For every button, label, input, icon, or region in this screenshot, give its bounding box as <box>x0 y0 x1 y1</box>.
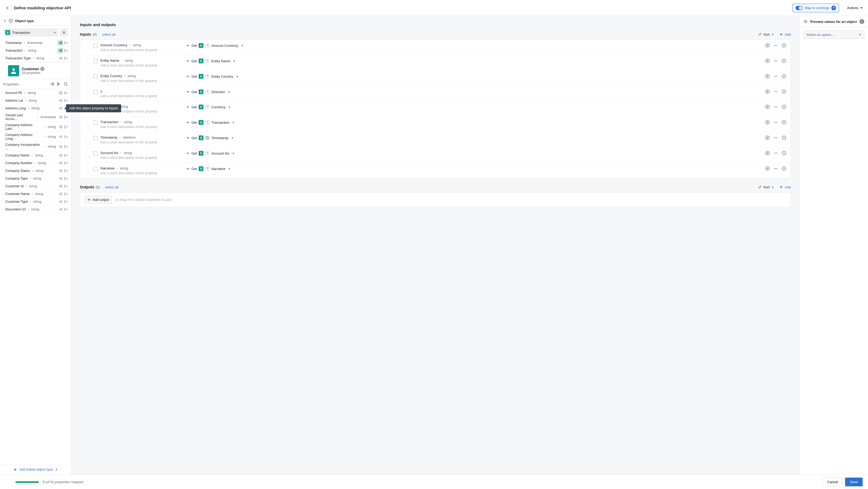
drag-handle-icon[interactable]: ⋮⋮ <box>2 125 4 129</box>
add-to-inputs-icon[interactable] <box>58 115 63 120</box>
remove-icon[interactable] <box>782 59 786 63</box>
drag-handle-icon[interactable]: ⋮⋮ <box>84 43 91 51</box>
drag-handle-icon[interactable]: ⋮⋮ <box>2 135 4 139</box>
add-to-outputs-icon[interactable] <box>64 199 69 204</box>
input-mapping[interactable]: Get$”Direction▼ <box>186 89 230 94</box>
add-icon[interactable] <box>765 166 770 171</box>
add-to-inputs-icon[interactable] <box>58 124 63 130</box>
checkbox[interactable] <box>93 136 98 140</box>
add-to-outputs-icon[interactable] <box>64 124 69 130</box>
save-button[interactable]: Save <box>845 478 863 486</box>
input-mapping[interactable]: Get$”Transaction▼ <box>186 120 235 125</box>
drag-handle-icon[interactable]: ⋮⋮ <box>2 91 4 95</box>
more-icon[interactable] <box>773 120 778 125</box>
info-icon[interactable]: i <box>860 19 864 24</box>
drag-handle-icon[interactable]: ⋮⋮ <box>2 208 4 211</box>
input-mapping[interactable]: Get$”Entity Country▼ <box>186 74 239 79</box>
chevron-down-icon[interactable]: ▼ <box>228 167 231 170</box>
checkbox[interactable] <box>93 167 98 171</box>
property-row[interactable]: ⋮⋮Account Pk•string <box>0 89 71 97</box>
add-icon[interactable] <box>765 59 770 63</box>
property-row[interactable]: ⋮⋮Customer Id•string <box>0 183 71 190</box>
more-icon[interactable] <box>773 135 778 140</box>
property-row[interactable]: ⋮⋮Company Number•string <box>0 159 71 167</box>
chevron-down-icon[interactable]: ▼ <box>232 152 235 155</box>
input-mapping[interactable]: Get$”Narrative▼ <box>186 166 231 171</box>
toggle-icon[interactable] <box>796 6 803 10</box>
search-icon[interactable] <box>64 82 68 86</box>
more-icon[interactable] <box>773 43 778 47</box>
add-to-inputs-icon[interactable] <box>58 176 63 181</box>
chevron-down-icon[interactable]: ▼ <box>232 121 235 124</box>
more-icon[interactable] <box>773 89 778 94</box>
add-to-outputs-icon[interactable] <box>64 90 69 96</box>
remove-icon[interactable] <box>782 120 786 125</box>
add-to-inputs-icon[interactable] <box>58 90 63 96</box>
add-icon[interactable] <box>765 104 770 109</box>
pinned-property-row[interactable]: ⋮⋮Transaction Type•string <box>0 55 71 62</box>
property-row[interactable]: ⋮⋮Company Type•string <box>0 175 71 183</box>
drag-handle-icon[interactable]: ⋮⋮ <box>2 169 4 173</box>
add-icon[interactable] <box>765 120 770 125</box>
drag-handle-icon[interactable]: ⋮⋮ <box>84 166 91 174</box>
drag-handle-icon[interactable]: ⋮⋮ <box>84 89 91 97</box>
add-to-inputs-icon[interactable] <box>58 168 63 173</box>
import-icon[interactable] <box>50 82 54 86</box>
drag-handle-icon[interactable]: ⋮⋮ <box>2 154 4 157</box>
add-to-outputs-icon[interactable] <box>64 184 69 189</box>
add-to-outputs-icon[interactable] <box>64 176 69 181</box>
remove-icon[interactable] <box>782 74 786 78</box>
drag-handle-icon[interactable]: ⋮⋮ <box>84 151 91 159</box>
more-icon[interactable] <box>773 74 778 78</box>
info-icon[interactable]: i <box>40 67 44 71</box>
drag-handle-icon[interactable]: ⋮⋮ <box>84 74 91 82</box>
remove-icon[interactable] <box>782 135 786 140</box>
drag-handle-icon[interactable]: ⋮⋮ <box>2 177 4 181</box>
add-to-inputs-icon[interactable] <box>58 199 63 204</box>
more-icon[interactable] <box>773 59 778 63</box>
add-to-outputs-icon[interactable] <box>64 115 69 120</box>
add-to-outputs-icon[interactable] <box>64 207 69 212</box>
input-description[interactable]: Add a short description of this property <box>100 79 183 83</box>
cancel-button[interactable]: Cancel <box>823 478 842 486</box>
property-row[interactable]: ⋮⋮Customer Name•string <box>0 190 71 198</box>
input-mapping[interactable]: Get$”Entity Name▼ <box>186 59 236 63</box>
add-to-inputs-icon[interactable] <box>58 98 63 103</box>
add-icon[interactable] <box>765 151 770 155</box>
add-to-inputs-icon[interactable] <box>58 56 63 61</box>
add-to-inputs-icon[interactable] <box>58 40 63 45</box>
add-input-button[interactable]: Add <box>779 32 791 36</box>
property-row[interactable]: ⋮⋮Company Address Long...•string <box>0 132 71 142</box>
property-row[interactable]: ⋮⋮Company Incorporation ...•string <box>0 142 71 152</box>
help-icon[interactable]: ? <box>831 6 836 10</box>
property-row[interactable]: ⋮⋮Company Address Latit...•string <box>0 122 71 132</box>
drag-handle-icon[interactable]: ⋮⋮ <box>2 41 4 45</box>
checkbox[interactable] <box>93 121 98 125</box>
drag-handle-icon[interactable]: ⋮⋮ <box>84 135 91 143</box>
more-icon[interactable] <box>773 104 778 109</box>
drag-handle-icon[interactable]: ⋮⋮ <box>2 57 4 60</box>
back-chevron-icon[interactable] <box>5 6 9 10</box>
drag-handle-icon[interactable]: ⋮⋮ <box>2 116 4 119</box>
chevron-down-icon[interactable]: ▼ <box>233 60 236 63</box>
remove-icon[interactable] <box>782 104 786 109</box>
pinned-property-row[interactable]: ⋮⋮Timestamp•timestamp <box>0 39 71 47</box>
add-to-outputs-icon[interactable] <box>64 160 69 166</box>
add-to-inputs-icon[interactable] <box>58 207 63 212</box>
input-mapping[interactable]: Get$”Amount Currency▼ <box>186 43 244 48</box>
add-output-button[interactable]: Add <box>779 185 791 189</box>
input-mapping[interactable]: Get$”Account No▼ <box>186 151 235 156</box>
add-to-inputs-icon[interactable] <box>58 184 63 189</box>
select-all-outputs[interactable]: select all <box>105 185 119 189</box>
input-description[interactable]: Add a short description of this property <box>100 156 183 160</box>
map-to-ontology-button[interactable]: Map to ontology ? <box>793 3 839 12</box>
add-to-outputs-icon[interactable] <box>64 98 69 103</box>
input-mapping[interactable]: Get$”Currency▼ <box>186 104 231 109</box>
more-icon[interactable] <box>773 166 778 171</box>
export-icon[interactable] <box>57 82 61 86</box>
add-to-inputs-icon[interactable] <box>58 153 63 158</box>
input-description[interactable]: Add a short description of this property <box>100 64 183 67</box>
pinned-property-row[interactable]: ⋮⋮Transaction•string <box>0 47 71 55</box>
drag-handle-icon[interactable]: ⋮⋮ <box>2 49 4 53</box>
add-to-inputs-icon[interactable] <box>58 48 63 53</box>
